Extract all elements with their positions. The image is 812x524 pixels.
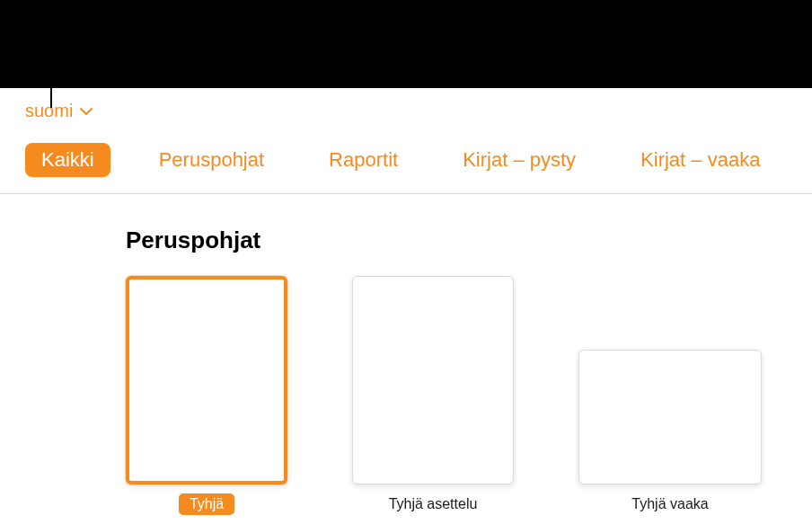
templates-row: Tyhjä Tyhjä asettelu Tyhjä vaaka	[126, 276, 812, 515]
language-label: suomi	[25, 101, 73, 121]
chevron-down-icon	[80, 105, 93, 118]
tab-all[interactable]: Kaikki	[25, 143, 110, 177]
template-label: Tyhjä vaaka	[621, 493, 719, 515]
template-thumbnail	[578, 350, 762, 484]
template-blank-layout[interactable]: Tyhjä asettelu	[352, 276, 514, 515]
language-selector[interactable]: suomi	[0, 88, 812, 127]
tab-books-landscape[interactable]: Kirjat – vaaka	[624, 143, 776, 177]
callout-line	[50, 43, 52, 108]
template-blank[interactable]: Tyhjä	[126, 276, 287, 515]
top-black-bar	[0, 0, 812, 88]
template-label: Tyhjä	[179, 493, 234, 515]
template-chooser: suomi Kaikki Peruspohjat Raportit Kirjat…	[0, 88, 812, 515]
tab-reports[interactable]: Raportit	[313, 143, 414, 177]
template-thumbnail	[352, 276, 514, 484]
tab-books-portrait[interactable]: Kirjat – pysty	[446, 143, 592, 177]
category-tabs: Kaikki Peruspohjat Raportit Kirjat – pys…	[0, 127, 812, 194]
tab-basic[interactable]: Peruspohjat	[143, 143, 280, 177]
template-thumbnail	[126, 276, 287, 484]
tab-letters[interactable]: Kirjeet	[808, 143, 812, 177]
section-title: Peruspohjat	[126, 226, 812, 254]
template-label: Tyhjä asettelu	[378, 493, 489, 515]
template-blank-landscape[interactable]: Tyhjä vaaka	[578, 350, 762, 515]
templates-section: Peruspohjat Tyhjä Tyhjä asettelu Tyhjä v…	[0, 194, 812, 515]
